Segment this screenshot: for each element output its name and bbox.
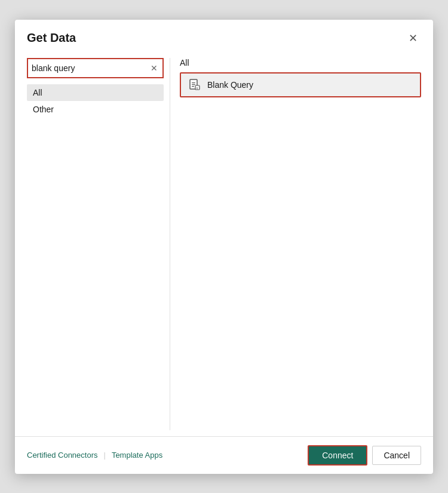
dialog-footer: Certified Connectors | Template Apps Con…: [15, 436, 433, 474]
footer-separator: |: [104, 451, 106, 460]
footer-links: Certified Connectors | Template Apps: [27, 451, 162, 460]
dialog-header: Get Data ✕: [15, 20, 433, 52]
query-icon: q: [188, 78, 201, 91]
section-label: All: [180, 58, 421, 68]
cancel-button[interactable]: Cancel: [372, 446, 421, 465]
connect-button[interactable]: Connect: [308, 445, 367, 466]
category-item-all[interactable]: All: [27, 84, 164, 101]
search-box: ✕: [27, 58, 164, 78]
svg-rect-3: [192, 86, 194, 87]
search-input[interactable]: [32, 63, 149, 73]
get-data-dialog: Get Data ✕ ✕ All Other All: [15, 20, 433, 474]
certified-connectors-link[interactable]: Certified Connectors: [27, 451, 98, 460]
dialog-title: Get Data: [27, 31, 76, 45]
search-clear-button[interactable]: ✕: [149, 64, 159, 72]
close-button[interactable]: ✕: [405, 30, 421, 46]
footer-buttons: Connect Cancel: [308, 445, 421, 466]
category-list: All Other: [27, 84, 164, 118]
left-panel: ✕ All Other: [27, 58, 170, 430]
svg-rect-2: [192, 84, 195, 85]
svg-rect-1: [192, 82, 195, 83]
template-apps-link[interactable]: Template Apps: [112, 451, 162, 460]
connector-item-blank-query[interactable]: q Blank Query: [180, 72, 421, 97]
right-panel: All q Blank Query: [170, 58, 421, 430]
dialog-body: ✕ All Other All: [15, 52, 433, 436]
svg-text:q: q: [197, 85, 198, 89]
category-item-other[interactable]: Other: [27, 101, 164, 118]
connector-name-blank-query: Blank Query: [207, 80, 253, 90]
